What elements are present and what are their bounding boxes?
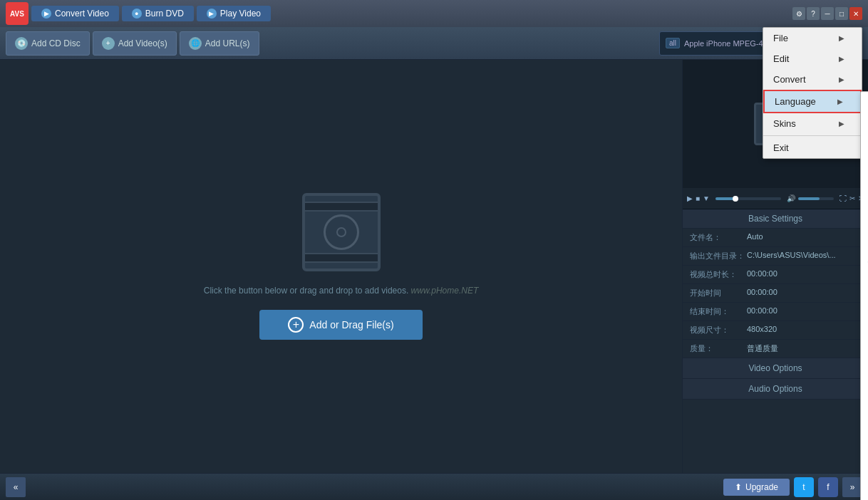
menu-item-label: Edit (773, 53, 789, 64)
maximize-btn[interactable]: □ (835, 7, 848, 20)
language-item-deutsch[interactable]: Deutsch (861, 199, 868, 217)
cut-icon[interactable]: ✂ (849, 194, 855, 202)
upgrade-btn[interactable]: ⬆ Upgrade (723, 479, 790, 496)
add-cd-label: Add CD Disc (31, 38, 81, 48)
language-item-日本語[interactable]: 日本語 (861, 359, 868, 379)
language-item-polish[interactable]: Polish (861, 415, 868, 432)
stop-ctrl-icon[interactable]: ■ (696, 194, 700, 202)
language-item-estonian[interactable]: Estonian (861, 217, 868, 234)
burn-dvd-btn[interactable]: ● Burn DVD (122, 6, 194, 21)
audio-options-btn[interactable]: Audio Options (683, 379, 868, 400)
twitter-btn[interactable]: t (794, 477, 814, 497)
fullscreen-icon[interactable]: ⛶ (839, 194, 847, 202)
progress-thumb (733, 196, 738, 202)
language-item-български[interactable]: Български (861, 127, 868, 145)
language-item-ελληνικά[interactable]: Ελληνικά (861, 234, 868, 252)
setting-value: C:\Users\ASUS\Videos\... (747, 251, 836, 261)
progress-bar[interactable] (715, 197, 781, 200)
language-item-hungarian[interactable]: Hungarian (861, 323, 868, 341)
menu-divider (763, 135, 862, 136)
help-btn[interactable]: ? (807, 7, 820, 20)
menu-item-convert[interactable]: Convert▶ (763, 69, 862, 90)
language-item-français[interactable]: Français (861, 306, 868, 323)
settings-btn[interactable]: ⚙ (792, 7, 805, 20)
add-video-button[interactable]: + Add Video(s) (93, 31, 177, 56)
setting-row: 文件名：Auto (683, 229, 868, 247)
volume-icon[interactable]: 🔊 (787, 194, 795, 202)
add-cd-button[interactable]: 💿 Add CD Disc (6, 31, 90, 56)
play-ctrl-icon[interactable]: ▶ (687, 194, 693, 202)
cd-icon: 💿 (15, 37, 28, 50)
language-item-portuguese[interactable]: Portuguese (861, 432, 868, 450)
language-item-czech-čeština[interactable]: Czech-Čeština (861, 163, 868, 181)
dropdown-menu: File▶Edit▶Convert▶Language▶AutoالعربيةБъ… (763, 27, 862, 159)
format-badge: all (666, 38, 680, 48)
add-file-label: Add or Drag File(s) (309, 319, 393, 330)
menu-item-label: Language (775, 96, 816, 107)
volume-bar[interactable] (798, 197, 834, 200)
setting-value: 00:00:00 (747, 306, 777, 317)
setting-row: 质量：普通质量 (683, 340, 868, 358)
close-btn[interactable]: ✕ (849, 7, 862, 20)
play-icon: ▶ (207, 9, 217, 19)
add-file-button[interactable]: + Add or Drag File(s) (259, 310, 422, 340)
main-content: Click the button below or drag and drop … (0, 60, 868, 473)
video-options-btn[interactable]: Video Options (683, 358, 868, 379)
play-video-btn[interactable]: ▶ Play Video (197, 6, 271, 21)
menu-item-language[interactable]: Language▶AutoالعربيةБългарскиPortuguês (… (763, 90, 862, 113)
convert-video-btn[interactable]: ▶ Convert Video (31, 6, 119, 21)
prev-btn[interactable]: « (6, 477, 26, 497)
menu-item-exit[interactable]: Exit (763, 137, 862, 158)
menu-container: File▶Edit▶Convert▶Language▶AutoالعربيةБъ… (763, 27, 862, 159)
setting-value: 普通质量 (747, 343, 778, 354)
language-item-english[interactable]: ✓English (861, 252, 868, 270)
add-video-label: Add Video(s) (118, 38, 167, 48)
burn-icon: ● (132, 9, 142, 19)
submenu-arrow-icon: ▶ (839, 75, 844, 83)
settings-header: Basic Settings (683, 209, 868, 229)
language-item-auto[interactable]: Auto (861, 92, 868, 110)
menu-item-file[interactable]: File▶ (763, 28, 862, 48)
toolbar: 💿 Add CD Disc + Add Video(s) 🌐 Add URL(s… (0, 27, 868, 60)
minimize-btn[interactable]: ─ (821, 7, 834, 20)
language-item-русский[interactable]: Русский (861, 468, 868, 486)
setting-label: 输出文件目录： (690, 251, 747, 261)
add-url-button[interactable]: 🌐 Add URL(s) (180, 31, 259, 56)
language-item-nederlands[interactable]: Nederlands (861, 397, 868, 415)
submenu-arrow-icon: ▶ (839, 120, 844, 127)
menu-item-label: Exit (773, 142, 789, 153)
facebook-btn[interactable]: f (818, 477, 838, 497)
language-item-português-(brasil)[interactable]: Português (Brasil) (861, 145, 868, 163)
next-btn[interactable]: » (842, 477, 862, 497)
setting-value: Auto (747, 232, 763, 243)
add-plus-icon: + (288, 317, 304, 333)
language-item-suomi[interactable]: Suomi (861, 288, 868, 306)
language-item-italiano[interactable]: Italiano (861, 341, 868, 359)
language-item-العربية[interactable]: العربية (861, 110, 868, 127)
bottom-bar: « ⬆ Upgrade t f » (0, 473, 868, 500)
language-item-საქართველოს[interactable]: საქართველოს (861, 379, 868, 397)
language-item-svenska[interactable]: Svenska (861, 486, 868, 500)
aspect-icon[interactable]: ▼ (703, 194, 710, 202)
setting-value: 480x320 (747, 325, 777, 335)
url-icon: 🌐 (189, 37, 202, 50)
setting-row: 结束时间：00:00:00 (683, 303, 868, 321)
add-hint-text: Click the button below or drag and drop … (204, 286, 479, 296)
language-submenu: AutoالعربيةБългарскиPortuguês (Brasil)Cz… (860, 91, 868, 500)
menu-item-edit[interactable]: Edit▶ (763, 48, 862, 69)
setting-label: 质量： (690, 343, 747, 354)
language-item-română[interactable]: Română (861, 450, 868, 468)
watermark: www.pHome.NET (411, 286, 479, 296)
setting-label: 开始时间 (690, 288, 747, 298)
menu-item-label: Skins (773, 118, 796, 129)
setting-value: 00:00:00 (747, 288, 777, 298)
video-controls: ▶ ■ ▼ 🔊 ⛶ ✂ ✕ (683, 188, 868, 209)
setting-value: 00:00:00 (747, 269, 777, 280)
language-item-dansk[interactable]: Dansk (861, 181, 868, 199)
menu-item-skins[interactable]: Skins▶ (763, 113, 862, 134)
play-video-label: Play Video (220, 9, 261, 19)
language-item-español[interactable]: Español (861, 270, 868, 288)
add-url-label: Add URL(s) (205, 38, 250, 48)
setting-label: 文件名： (690, 232, 747, 243)
window-controls: ⚙ ? ─ □ ✕ (792, 7, 862, 20)
